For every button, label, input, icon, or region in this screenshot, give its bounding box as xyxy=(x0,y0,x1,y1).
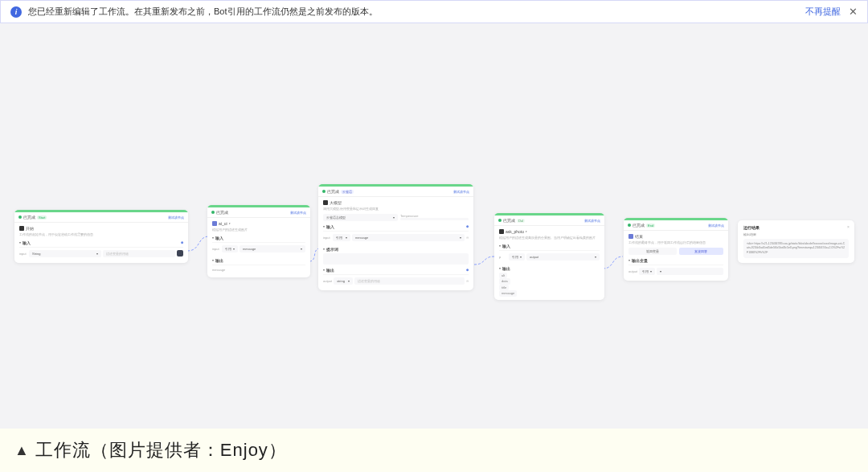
prompt-input[interactable] xyxy=(323,253,469,265)
caption-text: 工作流（图片提供者：Enjoy） xyxy=(35,438,287,462)
start-icon xyxy=(19,226,24,231)
llm-icon xyxy=(323,200,328,205)
toggle[interactable] xyxy=(177,250,183,257)
type-select[interactable]: String▾ xyxy=(29,250,101,257)
info-icon: i xyxy=(10,6,22,18)
return-var-tab[interactable]: 返回变量 xyxy=(628,248,677,255)
test-node-link[interactable]: 测试该节点 xyxy=(708,224,724,228)
end-icon xyxy=(628,234,633,239)
dismiss-link[interactable]: 不再提醒 xyxy=(805,6,841,18)
node-llm[interactable]: 已完成云雀语 测试该节点 大模型 调用大模型,使用变量和提示词生成回复 云雀语言… xyxy=(318,184,473,290)
node-end[interactable]: 已完成End 测试该节点 结束 工作流的最终节点，用于返回工作流运行后的结果信息… xyxy=(624,218,728,281)
close-icon[interactable]: ✕ xyxy=(849,6,858,18)
node-plugin-ai-ui[interactable]: 已完成 测试该节点 ai_ui▾ 根据用户的描述生成图片 ▾输入 input 引… xyxy=(207,205,310,277)
result-panel: × 运行结果 输出结果 <div> https://s21-123456789.… xyxy=(738,220,854,263)
desc-input[interactable]: 描述变量的用途 xyxy=(103,250,175,257)
workflow-canvas[interactable]: 已完成Start 测试该节点 开始 工作流的起始节点，用于设定启动工作流需要的信… xyxy=(0,23,868,443)
close-icon[interactable]: × xyxy=(847,224,850,229)
test-node-link[interactable]: 测试该节点 xyxy=(290,211,306,215)
direct-answer-tab[interactable]: 直接回答 xyxy=(679,248,724,255)
test-node-link[interactable]: 测试该节点 xyxy=(584,219,600,223)
plugin-icon xyxy=(499,229,504,234)
node-plugin-ask-photo[interactable]: 已完成DuI 测试该节点 ask_photo▾ 根据用户的描述生成高质量的全景图… xyxy=(494,213,604,300)
test-node-link[interactable]: 测试该节点 xyxy=(453,190,469,194)
result-output: <div> https://s21-123456789.coa.jp/stati… xyxy=(743,239,849,258)
test-node-link[interactable]: 测试该节点 xyxy=(168,215,184,220)
plugin-icon xyxy=(212,221,217,226)
temperature-slider[interactable] xyxy=(400,218,469,220)
notification-text: 您已经重新编辑了工作流。在其重新发布之前，Bot引用的工作流仍然是之前发布的版本… xyxy=(28,6,378,18)
triangle-icon: ▲ xyxy=(14,442,29,459)
node-start[interactable]: 已完成Start 测试该节点 开始 工作流的起始节点，用于设定启动工作流需要的信… xyxy=(14,210,188,263)
caption-bar: ▲ 工作流（图片提供者：Enjoy） xyxy=(0,429,868,472)
notification-bar: i 您已经重新编辑了工作流。在其重新发布之前，Bot引用的工作流仍然是之前发布的… xyxy=(0,0,868,23)
